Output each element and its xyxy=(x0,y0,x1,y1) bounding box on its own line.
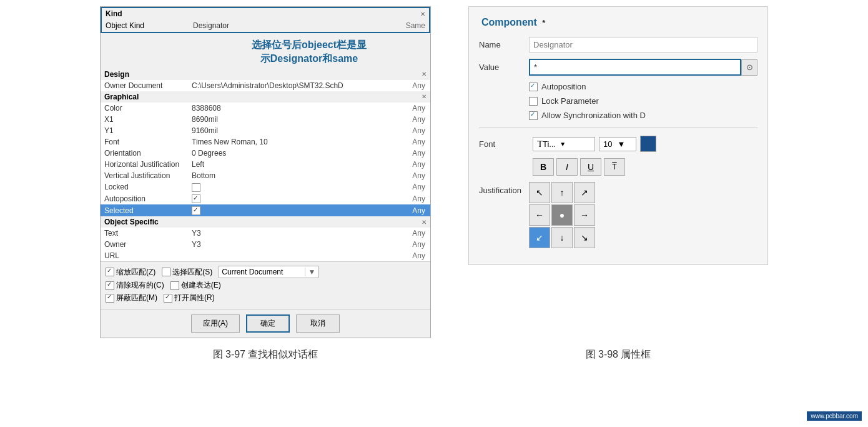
label-autoposition: Autoposition xyxy=(101,193,188,205)
options-row-1: 缩放匹配(Z) 选择匹配(S) Current Document ▼ xyxy=(106,266,425,278)
option-locked: Any xyxy=(399,181,430,193)
justify-middle-left-button[interactable]: ← xyxy=(529,204,550,226)
font-name-arrow-icon: ▼ xyxy=(560,141,566,148)
option-autoposition: Any xyxy=(399,193,430,205)
create-expression-checkbox[interactable] xyxy=(170,281,179,290)
graphical-arrow: ✕ xyxy=(422,93,427,100)
table-row: Font Times New Roman, 10 Any xyxy=(101,136,430,148)
table-row: Locked Any xyxy=(101,181,430,193)
lock-param-checkbox[interactable] xyxy=(529,97,538,106)
lock-param-row: Lock Parameter xyxy=(529,96,757,106)
value-font: Times New Roman, 10 xyxy=(188,136,399,148)
select-match-checkbox[interactable] xyxy=(162,268,170,276)
justify-center-button[interactable]: ● xyxy=(551,204,573,226)
figures-row: 图 3-97 查找相似对话框 图 3-98 属性框 xyxy=(0,348,868,361)
autoposition-row: Autoposition xyxy=(529,82,757,91)
table-row: Y1 9160mil Any xyxy=(101,125,430,136)
autoposition-checkbox[interactable] xyxy=(192,194,200,203)
name-input[interactable] xyxy=(529,37,757,53)
option-create-expression: 创建表达(E) xyxy=(170,280,221,291)
label-vjust: Vertical Justification xyxy=(101,170,188,181)
justify-middle-right-button[interactable]: → xyxy=(574,204,595,226)
autoposition-panel-checkbox[interactable] xyxy=(529,83,538,91)
dropdown-value: Current Document xyxy=(222,268,283,276)
justification-label: Justification xyxy=(479,182,529,195)
option-select-match: 选择匹配(S) xyxy=(162,267,212,278)
object-specific-section: Object Specific ✕ Text Y3 Any Owner Y3 A… xyxy=(101,216,430,261)
value-orientation: 0 Degrees xyxy=(188,148,399,159)
justify-top-right-button[interactable]: ↗ xyxy=(574,182,595,203)
allow-sync-checkbox[interactable] xyxy=(529,111,538,120)
font-name-text: Ti... xyxy=(543,139,556,149)
value-icon-button[interactable]: ⊙ xyxy=(741,59,757,76)
divider xyxy=(479,128,757,128)
justify-bottom-center-button[interactable]: ↓ xyxy=(551,227,573,248)
object-specific-header: Object Specific ✕ xyxy=(101,216,430,228)
value-y1: 9160mil xyxy=(188,125,399,136)
kind-header: Kind ✕ xyxy=(102,8,429,19)
value-row: Value ⊙ xyxy=(479,59,757,76)
open-properties-checkbox[interactable] xyxy=(164,294,172,303)
table-row: URL Any xyxy=(101,250,430,261)
ok-button[interactable]: 确定 xyxy=(246,314,290,333)
justify-top-center-button[interactable]: ↑ xyxy=(551,182,573,203)
document-dropdown[interactable]: Current Document ▼ xyxy=(219,266,318,278)
table-row: X1 8690mil Any xyxy=(101,114,430,125)
mask-match-checkbox[interactable] xyxy=(106,294,114,303)
font-name-value: 𝕋 xyxy=(537,139,543,149)
table-row: Horizontal Justification Left Any xyxy=(101,159,430,170)
color-swatch[interactable] xyxy=(640,136,656,152)
option-text: Any xyxy=(399,228,430,239)
open-properties-label: 打开属性(R) xyxy=(174,293,215,303)
table-row: Orientation 0 Degrees Any xyxy=(101,148,430,159)
format-row: B I U T xyxy=(533,158,757,176)
allow-sync-row: Allow Synchronization with D xyxy=(529,111,757,120)
label-url: URL xyxy=(101,250,188,261)
name-row: Name xyxy=(479,37,757,53)
option-vjust: Any xyxy=(399,170,430,181)
apply-button[interactable]: 应用(A) xyxy=(191,314,240,333)
locked-checkbox[interactable] xyxy=(192,183,200,192)
option-object-kind: Same xyxy=(398,19,429,32)
cancel-button[interactable]: 取消 xyxy=(296,314,340,333)
bold-button[interactable]: B xyxy=(533,158,554,176)
value-input[interactable] xyxy=(529,59,741,76)
graphical-section: Graphical ✕ Color 8388608 Any X1 8690mil… xyxy=(101,91,430,216)
selected-table-row: Selected Any xyxy=(101,204,430,216)
label-owner: Owner xyxy=(101,239,188,250)
zoom-match-checkbox[interactable] xyxy=(106,268,114,276)
underline-button[interactable]: U xyxy=(580,158,601,176)
design-section: Design ✕ Owner Document C:\Users\Adminis… xyxy=(101,69,430,91)
table-row: Vertical Justification Bottom Any xyxy=(101,170,430,181)
font-size-select[interactable]: 10 ▼ xyxy=(599,137,636,151)
label-owner-doc: Owner Document xyxy=(101,80,188,91)
font-row: Font 𝕋 Ti... ▼ 10 ▼ xyxy=(479,136,757,152)
option-owner: Any xyxy=(399,239,430,250)
asterisk-label: * xyxy=(542,18,545,28)
zoom-match-label: 缩放匹配(Z) xyxy=(116,267,155,278)
right-panel: Component * Name Value ⊙ Autoposition xyxy=(468,6,768,265)
value-label: Value xyxy=(479,63,529,72)
option-zoom-match: 缩放匹配(Z) xyxy=(106,267,155,278)
value-object-kind: Designator xyxy=(189,19,398,32)
option-hjust: Any xyxy=(399,159,430,170)
strikethrough-button[interactable]: T xyxy=(604,158,625,176)
selected-checkbox[interactable] xyxy=(192,206,200,215)
option-color: Any xyxy=(399,103,430,114)
kind-table: Object Kind Designator Same xyxy=(102,19,429,32)
button-row: 应用(A) 确定 取消 xyxy=(101,309,430,338)
dropdown-arrow-icon: ▼ xyxy=(305,268,315,276)
italic-button[interactable]: I xyxy=(556,158,578,176)
justify-top-left-button[interactable]: ↖ xyxy=(529,182,550,203)
kind-section: Kind ✕ Object Kind Designator Same xyxy=(101,7,430,33)
mask-match-label: 屏蔽匹配(M) xyxy=(116,293,157,303)
object-specific-table: Text Y3 Any Owner Y3 Any URL Any xyxy=(101,228,430,261)
select-match-label: 选择匹配(S) xyxy=(172,267,212,278)
clear-existing-checkbox[interactable] xyxy=(106,281,114,290)
justify-bottom-right-button[interactable]: ↘ xyxy=(574,227,595,248)
name-label: Name xyxy=(479,40,529,49)
option-font: Any xyxy=(399,136,430,148)
justify-bottom-left-button[interactable]: ↙ xyxy=(529,227,550,248)
option-y1: Any xyxy=(399,125,430,136)
font-name-select[interactable]: 𝕋 Ti... ▼ xyxy=(533,137,595,151)
